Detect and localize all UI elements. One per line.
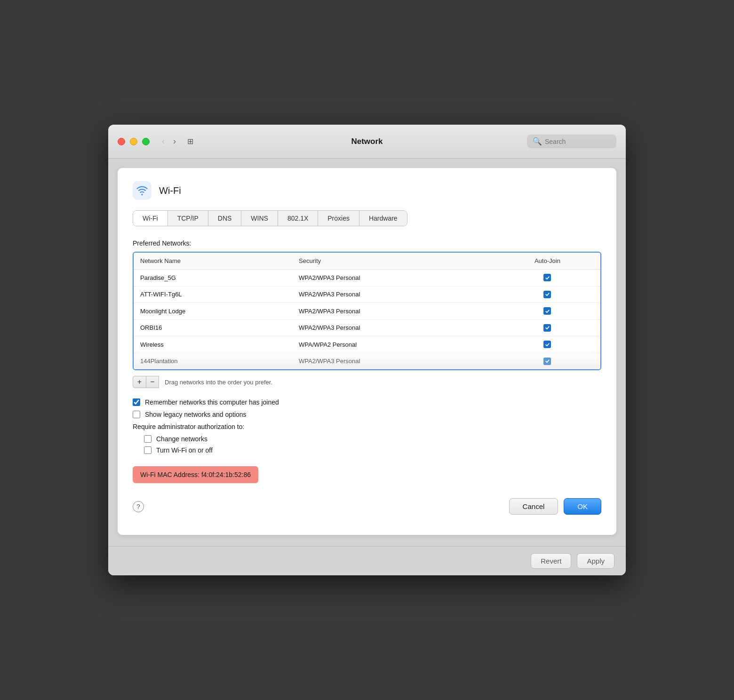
- table-row: Moonlight Lodge WPA2/WPA3 Personal: [134, 303, 600, 320]
- wifi-title: Wi-Fi: [159, 185, 181, 196]
- autojoin-cell[interactable]: [495, 319, 600, 336]
- mac-address-box: Wi-Fi MAC Address: f4:0f:24:1b:52:86: [133, 466, 258, 483]
- autojoin-cell[interactable]: [495, 303, 600, 320]
- back-button[interactable]: ‹: [159, 135, 168, 148]
- show-legacy-checkbox[interactable]: [133, 411, 140, 418]
- show-legacy-label: Show legacy networks and options: [145, 411, 247, 418]
- security-cell: WPA2/WPA3 Personal: [292, 319, 495, 336]
- network-name-cell: Paradise_5G: [134, 270, 292, 286]
- network-name-cell: ATT-WIFI-Tg6L: [134, 286, 292, 303]
- remember-networks-label: Remember networks this computer has join…: [145, 398, 279, 406]
- show-legacy-row: Show legacy networks and options: [133, 411, 601, 418]
- tab-wifi[interactable]: Wi-Fi: [133, 211, 168, 226]
- footer-bar: Revert Apply: [108, 546, 626, 575]
- add-network-button[interactable]: +: [133, 376, 146, 388]
- tab-dns[interactable]: DNS: [208, 211, 242, 226]
- change-networks-checkbox[interactable]: [144, 435, 152, 443]
- tab-hardware[interactable]: Hardware: [359, 211, 407, 226]
- network-name-cell: 144Plantation: [134, 353, 292, 369]
- network-name-cell: Wireless: [134, 336, 292, 353]
- network-name-cell: Moonlight Lodge: [134, 303, 292, 320]
- fullscreen-button[interactable]: [142, 138, 150, 145]
- col-network-name: Network Name: [134, 253, 292, 270]
- traffic-lights: [118, 138, 150, 145]
- table-row: Paradise_5G WPA2/WPA3 Personal: [134, 270, 600, 286]
- tab-proxies[interactable]: Proxies: [318, 211, 359, 226]
- networks-table: Network Name Security Auto-Join Paradise…: [134, 253, 600, 369]
- security-cell: WPA2/WPA3 Personal: [292, 303, 495, 320]
- table-row: ATT-WIFI-Tg6L WPA2/WPA3 Personal: [134, 286, 600, 303]
- networks-table-wrapper: Network Name Security Auto-Join Paradise…: [133, 252, 601, 370]
- preferred-networks-label: Preferred Networks:: [133, 239, 601, 247]
- search-bar[interactable]: 🔍: [527, 135, 616, 148]
- inner-panel: Wi-Fi Wi-Fi TCP/IP DNS WINS 802.1X Proxi…: [118, 168, 616, 535]
- network-name-cell: ORBI16: [134, 319, 292, 336]
- change-networks-row: Change networks: [144, 435, 601, 443]
- bottom-right-buttons: Cancel OK: [509, 498, 601, 515]
- turn-wifi-row: Turn Wi-Fi on or off: [144, 446, 601, 454]
- remove-network-button[interactable]: −: [146, 376, 159, 388]
- autojoin-cell[interactable]: [495, 286, 600, 303]
- revert-button[interactable]: Revert: [531, 553, 571, 569]
- autojoin-checkbox[interactable]: [543, 307, 551, 315]
- minimize-button[interactable]: [130, 138, 137, 145]
- security-cell: WPA2/WPA3 Personal: [292, 270, 495, 286]
- remember-networks-row: Remember networks this computer has join…: [133, 398, 601, 406]
- main-content: Wi-Fi Wi-Fi TCP/IP DNS WINS 802.1X Proxi…: [108, 159, 626, 546]
- main-window: ‹ › ⊞ Network 🔍 Wi-Fi: [108, 125, 626, 575]
- grid-icon[interactable]: ⊞: [187, 137, 193, 146]
- nav-buttons: ‹ ›: [159, 135, 179, 148]
- wifi-header: Wi-Fi: [133, 181, 601, 200]
- security-cell: WPA2/WPA3 Personal: [292, 286, 495, 303]
- autojoin-cell[interactable]: [495, 270, 600, 286]
- col-auto-join: Auto-Join: [495, 253, 600, 270]
- col-security: Security: [292, 253, 495, 270]
- ok-button[interactable]: OK: [564, 498, 601, 515]
- cancel-button[interactable]: Cancel: [509, 498, 558, 515]
- turn-wifi-label: Turn Wi-Fi on or off: [156, 446, 213, 454]
- autojoin-checkbox[interactable]: [543, 324, 551, 332]
- table-row: ORBI16 WPA2/WPA3 Personal: [134, 319, 600, 336]
- inner-bottom: ? Cancel OK: [133, 498, 601, 515]
- wifi-icon-circle: [133, 181, 152, 200]
- close-button[interactable]: [118, 138, 125, 145]
- security-cell: WPA/WPA2 Personal: [292, 336, 495, 353]
- autojoin-cell[interactable]: [495, 336, 600, 353]
- table-row: 144Plantation WPA2/WPA3 Personal: [134, 353, 600, 369]
- autojoin-cell[interactable]: [495, 353, 600, 369]
- autojoin-checkbox[interactable]: [543, 358, 551, 365]
- autojoin-checkbox[interactable]: [543, 274, 551, 281]
- autojoin-checkbox[interactable]: [543, 291, 551, 298]
- forward-button[interactable]: ›: [170, 135, 179, 148]
- window-title: Network: [351, 137, 383, 146]
- turn-wifi-checkbox[interactable]: [144, 446, 152, 454]
- search-icon: 🔍: [533, 137, 542, 146]
- require-auth-label: Require administrator authorization to:: [133, 423, 601, 430]
- remember-networks-checkbox[interactable]: [133, 398, 140, 406]
- change-networks-label: Change networks: [156, 435, 207, 443]
- table-actions: + − Drag networks into the order you pre…: [133, 376, 601, 388]
- tab-8021x[interactable]: 802.1X: [278, 211, 318, 226]
- tab-bar: Wi-Fi TCP/IP DNS WINS 802.1X Proxies Har…: [133, 210, 407, 226]
- title-bar: ‹ › ⊞ Network 🔍: [108, 125, 626, 159]
- drag-hint: Drag networks into the order you prefer.: [165, 379, 272, 386]
- wifi-icon: [136, 184, 148, 197]
- apply-button[interactable]: Apply: [577, 553, 614, 569]
- tab-wins[interactable]: WINS: [241, 211, 278, 226]
- tab-tcpip[interactable]: TCP/IP: [168, 211, 208, 226]
- search-input[interactable]: [545, 138, 611, 145]
- mac-address-text: Wi-Fi MAC Address: f4:0f:24:1b:52:86: [140, 471, 251, 478]
- security-cell: WPA2/WPA3 Personal: [292, 353, 495, 369]
- table-row: Wireless WPA/WPA2 Personal: [134, 336, 600, 353]
- autojoin-checkbox[interactable]: [543, 341, 551, 348]
- help-button[interactable]: ?: [133, 501, 144, 512]
